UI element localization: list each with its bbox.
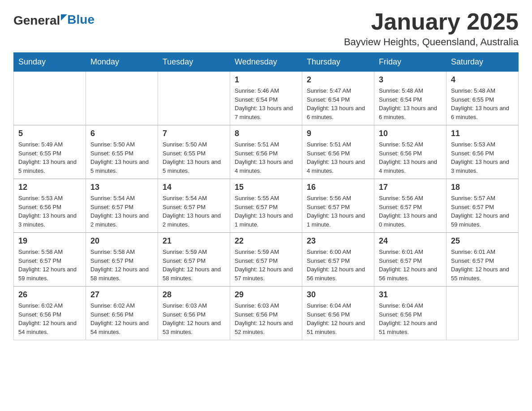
day-info: Sunrise: 5:51 AM Sunset: 6:56 PM Dayligh… [307,140,369,175]
calendar-cell: 26Sunrise: 6:02 AM Sunset: 6:56 PM Dayli… [14,287,86,340]
calendar-cell: 7Sunrise: 5:50 AM Sunset: 6:55 PM Daylig… [158,125,230,179]
day-info: Sunrise: 5:51 AM Sunset: 6:56 PM Dayligh… [235,140,297,175]
day-number: 29 [235,290,297,300]
day-number: 17 [379,183,442,192]
day-info: Sunrise: 6:02 AM Sunset: 6:56 PM Dayligh… [90,301,153,336]
header-day-sunday: Sunday [14,53,86,72]
calendar-week-1: 1Sunrise: 5:46 AM Sunset: 6:54 PM Daylig… [14,72,519,125]
day-number: 31 [379,290,442,300]
calendar-week-2: 5Sunrise: 5:49 AM Sunset: 6:55 PM Daylig… [14,125,519,179]
calendar-cell: 1Sunrise: 5:46 AM Sunset: 6:54 PM Daylig… [230,72,302,125]
calendar-cell: 29Sunrise: 6:03 AM Sunset: 6:56 PM Dayli… [230,287,302,340]
day-number: 16 [307,183,369,192]
calendar-cell: 5Sunrise: 5:49 AM Sunset: 6:55 PM Daylig… [14,125,86,179]
day-number: 25 [451,236,514,246]
day-info: Sunrise: 6:00 AM Sunset: 6:57 PM Dayligh… [307,248,369,283]
calendar-cell: 9Sunrise: 5:51 AM Sunset: 6:56 PM Daylig… [302,125,374,179]
header-day-monday: Monday [86,53,158,72]
day-number: 9 [307,129,369,138]
page-header: General Blue January 2025 Bayview Height… [13,9,519,48]
day-info: Sunrise: 5:58 AM Sunset: 6:57 PM Dayligh… [90,248,153,283]
calendar-body: 1Sunrise: 5:46 AM Sunset: 6:54 PM Daylig… [14,72,519,340]
day-number: 8 [235,129,297,138]
calendar-cell: 21Sunrise: 5:59 AM Sunset: 6:57 PM Dayli… [158,233,230,287]
day-number: 20 [90,236,153,246]
day-info: Sunrise: 5:59 AM Sunset: 6:57 PM Dayligh… [235,248,297,283]
day-info: Sunrise: 6:04 AM Sunset: 6:56 PM Dayligh… [379,301,442,336]
calendar-cell: 23Sunrise: 6:00 AM Sunset: 6:57 PM Dayli… [302,233,374,287]
day-number: 1 [235,75,297,85]
calendar-cell [446,287,519,340]
calendar-cell [158,72,230,125]
header-day-thursday: Thursday [302,53,374,72]
calendar-cell: 25Sunrise: 6:01 AM Sunset: 6:57 PM Dayli… [446,233,519,287]
header-day-friday: Friday [374,53,446,72]
day-number: 22 [235,236,297,246]
calendar-cell: 22Sunrise: 5:59 AM Sunset: 6:57 PM Dayli… [230,233,302,287]
title-block: January 2025 Bayview Heights, Queensland… [344,9,519,48]
day-info: Sunrise: 5:53 AM Sunset: 6:56 PM Dayligh… [18,194,81,229]
calendar-cell: 24Sunrise: 6:01 AM Sunset: 6:57 PM Dayli… [374,233,446,287]
calendar-cell: 27Sunrise: 6:02 AM Sunset: 6:56 PM Dayli… [86,287,158,340]
day-info: Sunrise: 6:01 AM Sunset: 6:57 PM Dayligh… [379,248,442,283]
day-number: 7 [163,129,225,138]
day-info: Sunrise: 5:56 AM Sunset: 6:57 PM Dayligh… [307,194,369,229]
day-info: Sunrise: 5:54 AM Sunset: 6:57 PM Dayligh… [90,194,153,229]
day-number: 21 [163,236,225,246]
day-info: Sunrise: 6:02 AM Sunset: 6:56 PM Dayligh… [18,301,81,336]
day-number: 5 [18,129,81,138]
calendar-cell: 28Sunrise: 6:03 AM Sunset: 6:56 PM Dayli… [158,287,230,340]
logo-text: General [13,13,60,28]
calendar-week-4: 19Sunrise: 5:58 AM Sunset: 6:57 PM Dayli… [14,233,519,287]
calendar-cell: 18Sunrise: 5:57 AM Sunset: 6:57 PM Dayli… [446,179,519,233]
day-number: 10 [379,129,442,138]
header-day-wednesday: Wednesday [230,53,302,72]
calendar-cell: 4Sunrise: 5:48 AM Sunset: 6:55 PM Daylig… [446,72,519,125]
calendar-cell: 19Sunrise: 5:58 AM Sunset: 6:57 PM Dayli… [14,233,86,287]
day-number: 28 [163,290,225,300]
calendar-cell: 10Sunrise: 5:52 AM Sunset: 6:56 PM Dayli… [374,125,446,179]
calendar-table: SundayMondayTuesdayWednesdayThursdayFrid… [13,52,519,340]
logo: General Blue [13,13,94,28]
logo-blue-text: Blue [67,13,94,27]
calendar-cell: 14Sunrise: 5:54 AM Sunset: 6:57 PM Dayli… [158,179,230,233]
day-info: Sunrise: 5:50 AM Sunset: 6:55 PM Dayligh… [90,140,153,175]
day-info: Sunrise: 5:56 AM Sunset: 6:57 PM Dayligh… [379,194,442,229]
day-number: 27 [90,290,153,300]
day-number: 11 [451,129,514,138]
day-number: 12 [18,183,81,192]
calendar-cell: 17Sunrise: 5:56 AM Sunset: 6:57 PM Dayli… [374,179,446,233]
day-number: 3 [379,75,442,85]
day-info: Sunrise: 5:58 AM Sunset: 6:57 PM Dayligh… [18,248,81,283]
day-number: 23 [307,236,369,246]
day-info: Sunrise: 6:01 AM Sunset: 6:57 PM Dayligh… [451,248,514,283]
day-info: Sunrise: 5:55 AM Sunset: 6:57 PM Dayligh… [235,194,297,229]
month-title: January 2025 [344,9,519,34]
day-info: Sunrise: 5:49 AM Sunset: 6:55 PM Dayligh… [18,140,81,175]
day-number: 4 [451,75,514,85]
calendar-cell: 8Sunrise: 5:51 AM Sunset: 6:56 PM Daylig… [230,125,302,179]
day-number: 30 [307,290,369,300]
day-info: Sunrise: 6:03 AM Sunset: 6:56 PM Dayligh… [235,301,297,336]
day-info: Sunrise: 5:54 AM Sunset: 6:57 PM Dayligh… [163,194,225,229]
calendar-cell: 31Sunrise: 6:04 AM Sunset: 6:56 PM Dayli… [374,287,446,340]
day-number: 15 [235,183,297,192]
calendar-cell: 16Sunrise: 5:56 AM Sunset: 6:57 PM Dayli… [302,179,374,233]
calendar-cell: 2Sunrise: 5:47 AM Sunset: 6:54 PM Daylig… [302,72,374,125]
logo-shape-icon [61,14,67,21]
calendar-header: SundayMondayTuesdayWednesdayThursdayFrid… [14,53,519,72]
day-info: Sunrise: 5:46 AM Sunset: 6:54 PM Dayligh… [235,86,297,121]
calendar-cell: 11Sunrise: 5:53 AM Sunset: 6:56 PM Dayli… [446,125,519,179]
day-number: 2 [307,75,369,85]
calendar-week-5: 26Sunrise: 6:02 AM Sunset: 6:56 PM Dayli… [14,287,519,340]
calendar-week-3: 12Sunrise: 5:53 AM Sunset: 6:56 PM Dayli… [14,179,519,233]
calendar-cell [86,72,158,125]
day-info: Sunrise: 5:53 AM Sunset: 6:56 PM Dayligh… [451,140,514,175]
calendar-cell: 12Sunrise: 5:53 AM Sunset: 6:56 PM Dayli… [14,179,86,233]
day-info: Sunrise: 5:59 AM Sunset: 6:57 PM Dayligh… [163,248,225,283]
calendar-cell: 3Sunrise: 5:48 AM Sunset: 6:54 PM Daylig… [374,72,446,125]
day-info: Sunrise: 6:03 AM Sunset: 6:56 PM Dayligh… [163,301,225,336]
header-row: SundayMondayTuesdayWednesdayThursdayFrid… [14,53,519,72]
day-number: 14 [163,183,225,192]
calendar-cell: 15Sunrise: 5:55 AM Sunset: 6:57 PM Dayli… [230,179,302,233]
